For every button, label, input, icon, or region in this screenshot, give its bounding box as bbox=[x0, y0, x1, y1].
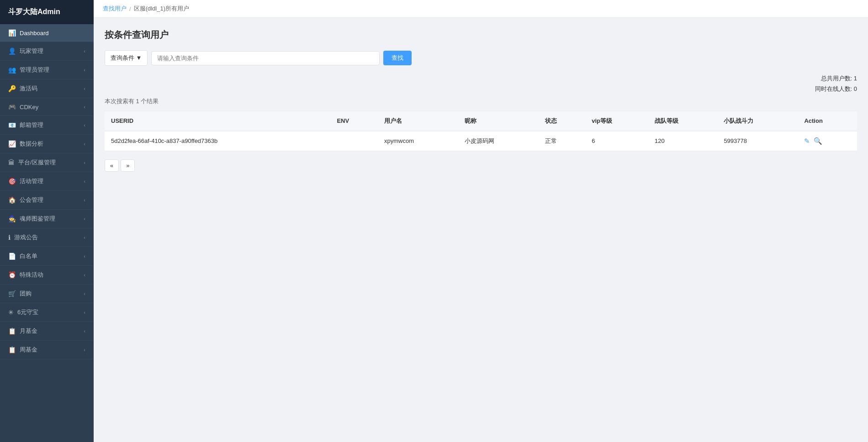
sidebar-label-admin: 管理员管理 bbox=[20, 66, 49, 74]
cell-vip: 6 bbox=[585, 131, 648, 151]
player-icon: 👤 bbox=[8, 47, 16, 55]
col-action: Action bbox=[798, 111, 857, 131]
sidebar-item-weekly-fund[interactable]: 📋 周基金 ‹ bbox=[0, 341, 94, 359]
sidebar-item-platform-zone[interactable]: 🏛 平台/区服管理 ‹ bbox=[0, 153, 94, 172]
result-count: 本次搜索有 1 个结果 bbox=[105, 97, 857, 105]
chevron-right-icon-3: ‹ bbox=[84, 86, 85, 91]
chevron-right-icon-5: ‹ bbox=[84, 122, 85, 128]
cdkey-icon: 🎮 bbox=[8, 103, 16, 110]
activation-icon: 🔑 bbox=[8, 85, 16, 92]
status-badge: 正常 bbox=[545, 137, 557, 144]
sidebar-label-whitelist: 白名单 bbox=[20, 252, 37, 260]
col-team-power: 小队战斗力 bbox=[717, 111, 798, 131]
sidebar-label-6yuan: 6元守宝 bbox=[17, 308, 38, 316]
app-title: 斗罗大陆Admin bbox=[0, 0, 94, 24]
next-page-button[interactable]: » bbox=[121, 159, 135, 172]
cell-username: xpymwcom bbox=[378, 131, 458, 151]
chevron-right-icon-11: ‹ bbox=[84, 235, 85, 240]
cell-userid: 5d2d2fea-66af-410c-a837-a90ffed7363b bbox=[105, 131, 330, 151]
chevron-right-icon-6: ‹ bbox=[84, 141, 85, 147]
online-users-label: 同时在线人数: bbox=[815, 85, 852, 92]
cell-nickname: 小皮源码网 bbox=[458, 131, 539, 151]
sidebar-label-platform: 平台/区服管理 bbox=[18, 158, 56, 167]
sidebar-item-group-buy[interactable]: 🛒 团购 ‹ bbox=[0, 284, 94, 303]
sidebar-item-admin-manage[interactable]: 👥 管理员管理 ‹ bbox=[0, 61, 94, 79]
col-status: 状态 bbox=[539, 111, 585, 131]
sidebar-label-special-activity: 特殊活动 bbox=[20, 271, 43, 279]
sidebar-label-activity: 活动管理 bbox=[20, 177, 43, 185]
cell-env bbox=[330, 131, 378, 151]
stats-row: 总共用户数: 1 同时在线人数: 0 bbox=[105, 73, 857, 95]
special-activity-icon: ⏰ bbox=[8, 271, 16, 279]
breadcrumb-current: 区服(dldl_1)所有用户 bbox=[134, 5, 189, 13]
search-detail-icon[interactable]: 🔍 bbox=[814, 137, 822, 145]
sidebar: 斗罗大陆Admin 📊 Dashboard 👤 玩家管理 ‹ 👥 管理员管理 ‹… bbox=[0, 0, 94, 442]
search-button[interactable]: 查找 bbox=[383, 51, 412, 65]
platform-icon: 🏛 bbox=[8, 159, 15, 166]
col-vip: vip等级 bbox=[585, 111, 648, 131]
col-nickname: 昵称 bbox=[458, 111, 539, 131]
edit-icon[interactable]: ✎ bbox=[804, 137, 810, 145]
monthly-fund-icon: 📋 bbox=[8, 327, 16, 335]
chevron-right-icon-17: ‹ bbox=[84, 347, 85, 353]
dashboard-icon: 📊 bbox=[8, 29, 16, 37]
sidebar-label-activation: 激活码 bbox=[20, 84, 37, 93]
admin-icon: 👥 bbox=[8, 66, 16, 74]
sidebar-label-group-buy: 团购 bbox=[20, 289, 32, 298]
action-icons: ✎ 🔍 bbox=[804, 137, 851, 145]
sidebar-item-activity[interactable]: 🎯 活动管理 ‹ bbox=[0, 172, 94, 191]
chevron-right-icon-4: ‹ bbox=[84, 104, 85, 110]
total-users-label: 总共用户数: bbox=[821, 75, 852, 82]
search-condition-dropdown[interactable]: 查询条件 ▼ bbox=[105, 50, 148, 66]
sidebar-item-6yuan[interactable]: ✳ 6元守宝 ‹ bbox=[0, 303, 94, 322]
sidebar-item-mail[interactable]: 📧 邮箱管理 ‹ bbox=[0, 116, 94, 135]
chevron-right-icon: ‹ bbox=[84, 48, 85, 54]
mage-icon: 🧙 bbox=[8, 215, 16, 222]
sidebar-label-player: 玩家管理 bbox=[20, 47, 43, 55]
sidebar-label-guild: 公会管理 bbox=[20, 196, 43, 204]
sidebar-item-announce[interactable]: ℹ 游戏公告 ‹ bbox=[0, 228, 94, 247]
prev-page-button[interactable]: « bbox=[105, 159, 119, 172]
mail-icon: 📧 bbox=[8, 121, 16, 129]
sidebar-item-cdkey[interactable]: 🎮 CDKey ‹ bbox=[0, 98, 94, 116]
search-input[interactable] bbox=[151, 51, 380, 65]
group-buy-icon: 🛒 bbox=[8, 290, 16, 297]
pagination: « » bbox=[105, 159, 857, 172]
user-table: USERID ENV 用户名 昵称 状态 vip等级 战队等级 小队战斗力 Ac… bbox=[105, 111, 857, 151]
chevron-right-icon-8: ‹ bbox=[84, 179, 85, 184]
sidebar-item-player-manage[interactable]: 👤 玩家管理 ‹ bbox=[0, 42, 94, 61]
sidebar-label-analysis: 数据分析 bbox=[20, 140, 43, 148]
main-content: 查找用户 / 区服(dldl_1)所有用户 按条件查询用户 查询条件 ▼ 查找 … bbox=[94, 0, 868, 442]
cell-team-power: 5993778 bbox=[717, 131, 798, 151]
cell-action: ✎ 🔍 bbox=[798, 131, 857, 151]
col-username: 用户名 bbox=[378, 111, 458, 131]
sidebar-label-mage: 魂师图鉴管理 bbox=[20, 215, 55, 223]
sidebar-label-cdkey: CDKey bbox=[20, 104, 38, 110]
content-area: 按条件查询用户 查询条件 ▼ 查找 总共用户数: 1 同时在线人数: 0 本次搜… bbox=[94, 18, 868, 442]
sidebar-label-weekly-fund: 周基金 bbox=[20, 346, 37, 354]
col-env: ENV bbox=[330, 111, 378, 131]
6yuan-icon: ✳ bbox=[8, 309, 14, 316]
activity-icon: 🎯 bbox=[8, 178, 16, 185]
chevron-right-icon-15: ‹ bbox=[84, 310, 85, 315]
cell-team-level: 120 bbox=[648, 131, 717, 151]
sidebar-item-mage[interactable]: 🧙 魂师图鉴管理 ‹ bbox=[0, 210, 94, 228]
sidebar-item-activation-code[interactable]: 🔑 激活码 ‹ bbox=[0, 79, 94, 98]
breadcrumb: 查找用户 / 区服(dldl_1)所有用户 bbox=[94, 0, 868, 18]
cell-status: 正常 bbox=[539, 131, 585, 151]
sidebar-item-whitelist[interactable]: 📄 白名单 ‹ bbox=[0, 247, 94, 266]
sidebar-item-dashboard[interactable]: 📊 Dashboard bbox=[0, 24, 94, 42]
sidebar-item-special-activity[interactable]: ⏰ 特殊活动 ‹ bbox=[0, 266, 94, 284]
breadcrumb-link-find-user[interactable]: 查找用户 bbox=[103, 5, 127, 13]
page-title: 按条件查询用户 bbox=[105, 29, 857, 41]
sidebar-label-dashboard: Dashboard bbox=[20, 30, 49, 37]
sidebar-label-monthly-fund: 月基金 bbox=[20, 327, 37, 335]
breadcrumb-separator: / bbox=[129, 5, 131, 12]
sidebar-item-data-analysis[interactable]: 📈 数据分析 ‹ bbox=[0, 135, 94, 153]
sidebar-label-mail: 邮箱管理 bbox=[20, 121, 43, 129]
search-row: 查询条件 ▼ 查找 bbox=[105, 50, 857, 66]
sidebar-item-monthly-fund[interactable]: 📋 月基金 ‹ bbox=[0, 322, 94, 341]
sidebar-item-guild[interactable]: 🏠 公会管理 ‹ bbox=[0, 191, 94, 210]
guild-icon: 🏠 bbox=[8, 196, 16, 204]
analysis-icon: 📈 bbox=[8, 140, 16, 147]
